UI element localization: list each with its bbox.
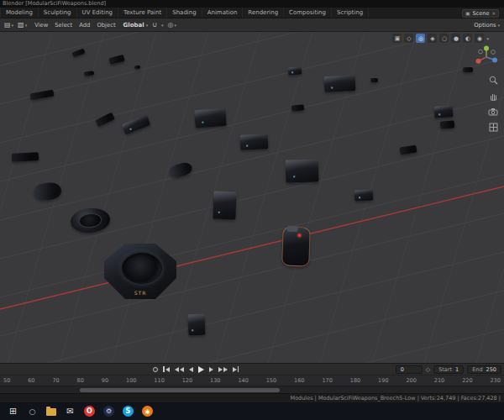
viewport-object-box[interactable] bbox=[286, 159, 319, 182]
viewport-object-cylinder[interactable] bbox=[167, 160, 193, 179]
transform-orientation-dropdown[interactable]: Global▾ bbox=[123, 22, 149, 29]
viewport-object-part[interactable] bbox=[30, 90, 55, 101]
menu-view[interactable]: View bbox=[31, 22, 51, 29]
blender-icon[interactable]: ◉ bbox=[142, 406, 153, 417]
next-frame-button[interactable] bbox=[209, 365, 213, 374]
viewport-object-sight[interactable] bbox=[281, 226, 311, 266]
frame-number: 230 bbox=[490, 375, 500, 386]
viewport-object-part[interactable] bbox=[108, 55, 124, 65]
viewport-object-part[interactable] bbox=[84, 71, 95, 76]
viewport-object-part[interactable] bbox=[291, 104, 305, 112]
rendered-icon[interactable]: ◉ bbox=[475, 34, 484, 43]
solid-icon[interactable]: ● bbox=[451, 34, 460, 43]
viewport-object-box[interactable] bbox=[213, 192, 236, 220]
menu-add[interactable]: Add bbox=[76, 22, 93, 29]
jump-start-button[interactable] bbox=[163, 365, 170, 374]
navigation-gizmo-icon[interactable] bbox=[474, 45, 499, 70]
workspace-tab-sculpting[interactable]: Sculpting bbox=[39, 8, 77, 18]
viewport-object-part[interactable] bbox=[440, 120, 455, 129]
unlink-scene-icon[interactable]: ✕ bbox=[491, 11, 496, 16]
workspace-tab-shading[interactable]: Shading bbox=[167, 8, 202, 18]
3d-viewport[interactable]: STR ▣◇◎◈○●◐◉▾ bbox=[0, 32, 504, 363]
viewport-object-box[interactable] bbox=[324, 75, 356, 92]
header-menus: ViewSelectAddObject bbox=[31, 22, 118, 29]
search-icon[interactable]: ○ bbox=[27, 406, 38, 417]
keying-icon[interactable]: ◇ bbox=[426, 366, 430, 373]
frame-number: 180 bbox=[350, 375, 360, 386]
prev-frame-button[interactable] bbox=[189, 365, 193, 374]
status-text: Modules | ModularSciFiWeapons_Breech5-Lo… bbox=[291, 395, 501, 402]
current-frame-field[interactable]: 0 bbox=[396, 365, 423, 374]
viewport-object-box[interactable] bbox=[188, 314, 206, 336]
mode-dropdown[interactable]: ▧▾ bbox=[18, 21, 27, 29]
viewport-object-part[interactable] bbox=[370, 78, 378, 82]
frame-number: 100 bbox=[126, 375, 136, 386]
status-bar: Modules | ModularSciFiWeapons_Breech5-Lo… bbox=[0, 393, 504, 402]
viewport-object-box[interactable] bbox=[288, 66, 302, 75]
shading-dropdown-icon[interactable]: ▾ bbox=[486, 36, 489, 41]
timeline-ruler[interactable]: 5060708090100110120130140150160170180190… bbox=[0, 375, 504, 386]
titlebar: Blender [ModularSciFiWeapons.blend] bbox=[0, 0, 504, 8]
camera-icon[interactable] bbox=[488, 108, 498, 116]
editor-type-icon[interactable]: ▤▾ bbox=[4, 21, 13, 29]
steam-icon[interactable]: ⚙ bbox=[103, 406, 114, 417]
workspace-tab-rendering[interactable]: Rendering bbox=[243, 8, 284, 18]
viewport-object-part[interactable] bbox=[12, 152, 39, 162]
proportional-editing-icon[interactable]: ◎▾ bbox=[168, 21, 177, 29]
explorer-icon[interactable] bbox=[46, 408, 56, 416]
play-button[interactable] bbox=[198, 365, 204, 374]
viewport-object-part[interactable] bbox=[71, 49, 85, 58]
selection-icon[interactable]: ▣ bbox=[392, 34, 402, 43]
jump-end-button[interactable] bbox=[233, 365, 239, 374]
wireframe-icon[interactable]: ○ bbox=[439, 34, 449, 43]
viewport-object-box[interactable] bbox=[434, 105, 454, 118]
orientation-label: Global bbox=[123, 22, 144, 29]
viewport-object-part[interactable] bbox=[95, 113, 115, 128]
viewport-object-box[interactable] bbox=[194, 108, 226, 129]
start-frame-field[interactable]: Start1 bbox=[433, 365, 464, 374]
gizmo-icon[interactable]: ◇ bbox=[404, 34, 413, 43]
workspace-tabs: ModelingSculptingUV EditingTexture Paint… bbox=[0, 8, 369, 18]
viewport-object-part[interactable] bbox=[463, 67, 473, 72]
snap-dropdown[interactable]: ▾ bbox=[161, 23, 164, 28]
mail-icon[interactable]: ✉ bbox=[65, 406, 76, 417]
timeline-scrollbar[interactable] bbox=[80, 388, 280, 392]
workspace-tab-modeling[interactable]: Modeling bbox=[0, 8, 39, 18]
grid-icon[interactable] bbox=[489, 123, 498, 132]
xray-icon[interactable]: ◈ bbox=[428, 34, 437, 43]
end-frame-field[interactable]: End250 bbox=[467, 365, 501, 374]
scene-name: Scene bbox=[473, 10, 490, 17]
options-dropdown[interactable]: Options▾ bbox=[474, 22, 500, 29]
shading-controls: ▣◇◎◈○●◐◉▾ bbox=[392, 34, 489, 43]
workspace-tab-compositing[interactable]: Compositing bbox=[284, 8, 332, 18]
workspace-tab-texture-paint[interactable]: Texture Paint bbox=[118, 8, 167, 18]
next-keyframe-button[interactable] bbox=[218, 365, 228, 374]
prev-keyframe-button[interactable] bbox=[175, 365, 184, 374]
material-icon[interactable]: ◐ bbox=[463, 34, 472, 43]
zoom-icon[interactable] bbox=[489, 76, 498, 85]
menu-object[interactable]: Object bbox=[93, 22, 118, 29]
viewport-object-box[interactable] bbox=[354, 189, 374, 201]
scene-selector[interactable]: ▣ Scene ✕ bbox=[462, 9, 499, 18]
viewport-object-round[interactable] bbox=[70, 207, 111, 234]
overlays-icon[interactable]: ◎ bbox=[416, 34, 425, 43]
viewport-object-part[interactable] bbox=[399, 145, 417, 155]
menu-select[interactable]: Select bbox=[51, 22, 76, 29]
viewport-object-octagon[interactable]: STR bbox=[104, 244, 176, 299]
record-button[interactable] bbox=[153, 365, 158, 374]
start-icon[interactable]: ⊞ bbox=[8, 406, 18, 417]
viewport-object-part[interactable] bbox=[134, 65, 141, 69]
viewport-object-box[interactable] bbox=[240, 134, 269, 150]
opera-icon[interactable]: O bbox=[84, 406, 95, 417]
workspace-tab-animation[interactable]: Animation bbox=[202, 8, 244, 18]
playback-controls bbox=[153, 364, 239, 375]
workspace-tab-scripting[interactable]: Scripting bbox=[332, 8, 369, 18]
viewport-object-box[interactable] bbox=[122, 114, 151, 134]
timeline-scrollbar-track bbox=[0, 386, 504, 393]
viewport-object-cylinder[interactable] bbox=[33, 181, 62, 202]
frame-number: 70 bbox=[52, 375, 59, 386]
pan-icon[interactable] bbox=[489, 92, 498, 101]
snap-magnet-icon[interactable]: ∪ bbox=[152, 21, 157, 29]
workspace-tab-uv-editing[interactable]: UV Editing bbox=[77, 8, 119, 18]
skype-icon[interactable]: S bbox=[123, 406, 134, 417]
